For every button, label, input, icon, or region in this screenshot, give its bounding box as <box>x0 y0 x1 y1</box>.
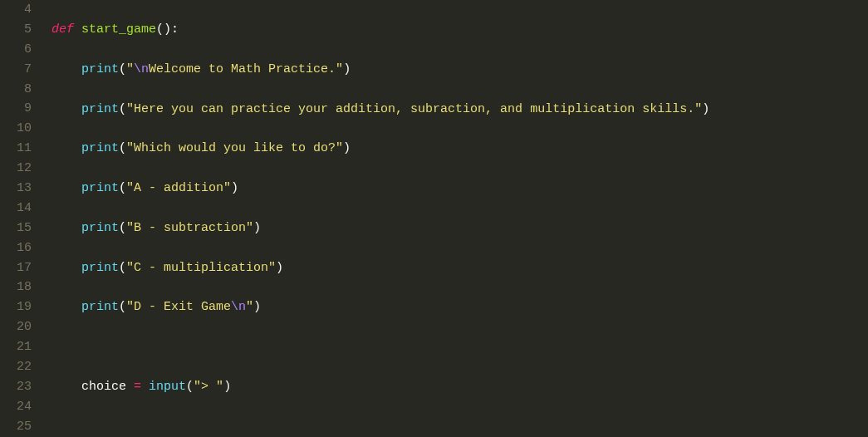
line-number: 12 <box>0 159 32 179</box>
line-number: 5 <box>0 20 32 40</box>
line-number: 24 <box>0 397 32 417</box>
code-line[interactable] <box>51 417 868 437</box>
code-line[interactable] <box>51 337 868 357</box>
line-number: 22 <box>0 357 32 377</box>
line-number: 20 <box>0 317 32 337</box>
line-number: 4 <box>0 0 32 20</box>
code-editor[interactable]: 4 5 6 7 8 9 10 11 12 13 14 15 16 17 18 1… <box>0 0 868 437</box>
line-number: 9 <box>0 99 32 119</box>
line-number: 10 <box>0 119 32 139</box>
line-number: 17 <box>0 258 32 278</box>
code-line[interactable]: print("C - multiplication") <box>51 258 868 278</box>
line-number: 14 <box>0 199 32 218</box>
code-line[interactable]: print("D - Exit Game\n") <box>51 297 868 317</box>
line-number: 16 <box>0 238 32 258</box>
line-number: 6 <box>0 40 32 60</box>
line-number: 19 <box>0 297 32 317</box>
line-number: 7 <box>0 60 32 80</box>
line-number: 8 <box>0 80 32 100</box>
code-line[interactable]: choice = input("> ") <box>51 377 868 397</box>
line-number: 18 <box>0 277 32 297</box>
code-line[interactable]: print("\nWelcome to Math Practice.") <box>51 60 868 80</box>
code-line[interactable]: print("B - subtraction") <box>51 218 868 238</box>
line-number: 23 <box>0 377 32 397</box>
code-line[interactable]: def start_game(): <box>51 20 868 40</box>
line-number: 13 <box>0 179 32 199</box>
line-number: 15 <box>0 218 32 238</box>
code-line[interactable]: print("A - addition") <box>51 179 868 199</box>
code-area[interactable]: def start_game(): print("\nWelcome to Ma… <box>40 0 868 437</box>
line-number: 11 <box>0 139 32 159</box>
line-number: 25 <box>0 417 32 437</box>
code-line[interactable]: print("Which would you like to do?") <box>51 139 868 159</box>
line-number-gutter: 4 5 6 7 8 9 10 11 12 13 14 15 16 17 18 1… <box>0 0 40 437</box>
line-number: 21 <box>0 337 32 357</box>
code-line[interactable]: print("Here you can practice your additi… <box>51 100 868 120</box>
